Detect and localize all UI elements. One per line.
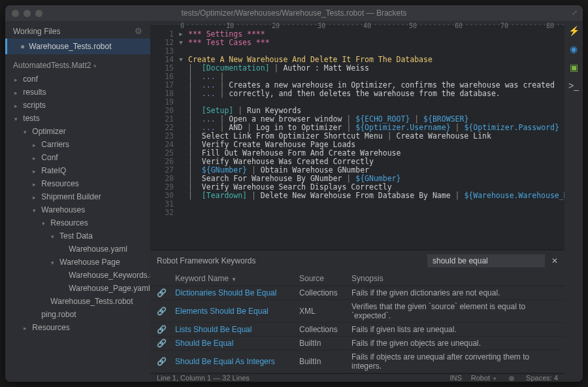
- tree-item[interactable]: Warehouse_Page.yaml: [5, 282, 150, 295]
- tree-item[interactable]: ▸ RateIQ: [5, 164, 150, 177]
- keyword-rows: 🔗Dictionaries Should Be EqualCollections…: [150, 286, 564, 373]
- tree-item[interactable]: ▸ Carriers: [5, 138, 150, 151]
- fold-toggle-icon: [176, 124, 186, 132]
- tree-item[interactable]: ▾ Warehouse Page: [5, 256, 150, 269]
- col-header-synopsis[interactable]: Synopsis: [351, 274, 558, 283]
- fold-toggle-icon: [176, 98, 186, 107]
- link-icon: 🔗: [157, 325, 175, 334]
- col-header-source[interactable]: Source: [299, 274, 351, 283]
- link-icon: 🔗: [157, 339, 175, 348]
- zoom-window-icon[interactable]: [35, 10, 42, 17]
- code-editor[interactable]: 1121314151617181920212223242526272829303…: [150, 26, 564, 250]
- fold-toggle-icon: [176, 73, 186, 81]
- project-header[interactable]: AutomatedTests.Matt2 ▾: [5, 54, 150, 73]
- fold-toggle-icon: [176, 107, 186, 115]
- keyword-name[interactable]: Should Be Equal: [175, 339, 299, 348]
- fold-toggle-icon[interactable]: ▼: [176, 39, 186, 47]
- extension-manager-icon[interactable]: ▣: [568, 61, 580, 73]
- sort-caret-icon: ▼: [231, 277, 237, 282]
- link-icon: 🔗: [157, 307, 175, 316]
- sidebar: Working Files ⚙ ●Warehouse_Tests.robot A…: [5, 21, 150, 382]
- status-lint-icon[interactable]: [506, 374, 517, 382]
- tree-item[interactable]: ▾ Test Data: [5, 229, 150, 243]
- tree-item[interactable]: ▸ scripts: [5, 99, 150, 112]
- tree-item[interactable]: Warehouse.yaml: [5, 243, 150, 256]
- keyword-source: XML: [299, 307, 351, 316]
- tree-item[interactable]: ▸ results: [5, 86, 150, 99]
- tree-item[interactable]: ▸ conf: [5, 73, 150, 86]
- fold-toggle-icon: [176, 183, 186, 192]
- terminal-icon[interactable]: >_: [568, 80, 580, 92]
- fold-toggle-icon: [176, 90, 186, 98]
- tree-item[interactable]: ▾ Warehouses: [5, 203, 150, 216]
- keyword-row[interactable]: 🔗Should Be EqualBuiltInFails if the give…: [150, 337, 564, 350]
- fold-column: ▶▼▼: [176, 26, 186, 250]
- tree-item[interactable]: ▸ Shipment Builder: [5, 190, 150, 203]
- tree-item[interactable]: ping.robot: [5, 308, 150, 321]
- fold-toggle-icon: [176, 175, 186, 183]
- keyword-name[interactable]: Dictionaries Should Be Equal: [175, 288, 299, 297]
- close-window-icon[interactable]: [12, 10, 19, 17]
- keyword-synopsis: Fails if objects are unequal after conve…: [351, 352, 558, 371]
- fold-toggle-icon: [176, 192, 186, 200]
- tree-item[interactable]: ▸ Resources: [5, 177, 150, 190]
- gear-icon[interactable]: ⚙: [135, 26, 142, 36]
- keyword-row[interactable]: 🔗Elements Should Be EqualXMLVerifies tha…: [150, 300, 564, 323]
- fold-toggle-icon[interactable]: ▼: [176, 56, 186, 64]
- titlebar: tests/Optimizer/Warehouses/Warehouse_Tes…: [5, 5, 583, 21]
- working-files-header: Working Files ⚙: [5, 21, 150, 39]
- tree-item[interactable]: ▾ Resources: [5, 216, 150, 229]
- fold-toggle-icon: [176, 166, 186, 175]
- code-content[interactable]: *** Settings ******* Test Cases ***Creat…: [186, 26, 564, 250]
- fold-toggle-icon: [176, 141, 186, 149]
- working-file-item[interactable]: ●Warehouse_Tests.robot: [5, 39, 150, 54]
- chevron-down-icon: ▾: [93, 63, 97, 69]
- keyword-search-input[interactable]: [427, 254, 545, 267]
- fold-toggle-icon[interactable]: ▶: [176, 30, 186, 39]
- close-panel-icon[interactable]: ✕: [551, 256, 558, 265]
- keyword-synopsis: Fails if the given dictionaries are not …: [351, 288, 558, 297]
- fold-toggle-icon: [176, 64, 186, 73]
- working-files-label: Working Files: [13, 27, 60, 36]
- keyword-row[interactable]: 🔗Dictionaries Should Be EqualCollections…: [150, 286, 564, 300]
- status-bar: Line 1, Column 1 — 32 Lines INS Robot ▼ …: [150, 373, 564, 382]
- keyword-row[interactable]: 🔗Lists Should Be EqualCollectionsFails i…: [150, 323, 564, 337]
- col-header-name[interactable]: Keyword Name▼: [175, 274, 299, 283]
- keyword-source: BuiltIn: [299, 357, 351, 366]
- tree-item[interactable]: Warehouse_Tests.robot: [5, 295, 150, 308]
- keyword-name[interactable]: Should Be Equal As Integers: [175, 357, 299, 366]
- minimize-window-icon[interactable]: [24, 10, 31, 17]
- maximize-icon[interactable]: ⤢: [572, 8, 578, 17]
- keyword-name[interactable]: Elements Should Be Equal: [175, 307, 299, 316]
- line-gutter: 1121314151617181920212223242526272829303…: [150, 26, 176, 250]
- keyword-row[interactable]: 🔗Should Be Equal As IntegersBuiltInFails…: [150, 350, 564, 373]
- keyword-synopsis: Verifies that the given `source` element…: [351, 302, 558, 320]
- keyword-source: Collections: [299, 325, 351, 334]
- tree-item[interactable]: ▸ Conf: [5, 151, 150, 164]
- window-controls: [12, 10, 42, 17]
- tree-item[interactable]: ▾ Optimizer: [5, 125, 150, 138]
- file-tree: ▸ conf▸ results▸ scripts▾ tests▾ Optimiz…: [5, 73, 150, 382]
- fold-toggle-icon: [176, 158, 186, 166]
- status-spaces[interactable]: Spaces: 4: [526, 374, 558, 382]
- window-title: tests/Optimizer/Warehouses/Warehouse_Tes…: [5, 8, 583, 18]
- status-cursor: Line 1, Column 1 — 32 Lines: [157, 374, 440, 382]
- app-window: tests/Optimizer/Warehouses/Warehouse_Tes…: [5, 5, 583, 382]
- keyword-name[interactable]: Lists Should Be Equal: [175, 325, 299, 334]
- fold-toggle-icon: [176, 149, 186, 158]
- live-preview-lightning-icon[interactable]: ⚡: [568, 25, 580, 37]
- right-rail: ⚡ ◉ ▣ >_: [564, 21, 583, 382]
- tree-item[interactable]: Warehouse_Keywords.ro: [5, 269, 150, 282]
- table-header: Keyword Name▼ Source Synopsis: [150, 271, 564, 286]
- eye-icon[interactable]: ◉: [568, 43, 580, 55]
- tree-item[interactable]: ▸ Resources: [5, 321, 150, 334]
- status-ins[interactable]: INS: [449, 374, 461, 382]
- link-icon: 🔗: [157, 288, 175, 297]
- fold-toggle-icon: [176, 132, 186, 141]
- project-name: AutomatedTests.Matt2: [13, 61, 91, 70]
- working-file-name: Warehouse_Tests.robot: [29, 42, 111, 51]
- tree-item[interactable]: ▾ tests: [5, 112, 150, 125]
- status-lang[interactable]: Robot ▼: [471, 374, 497, 382]
- keyword-source: BuiltIn: [299, 339, 351, 348]
- fold-toggle-icon: [176, 200, 186, 209]
